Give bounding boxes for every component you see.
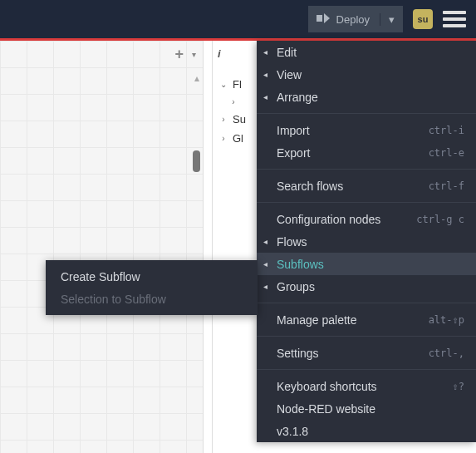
shortcut: ctrl-f (429, 180, 464, 192)
menu-export[interactable]: Exportctrl-e (257, 141, 476, 164)
menu-manage-palette[interactable]: Manage palettealt-⇧p (257, 308, 476, 331)
caret-right-icon: › (229, 97, 238, 106)
menu-edit[interactable]: Edit (257, 41, 476, 63)
deploy-icon (317, 13, 330, 26)
menu-view[interactable]: View (257, 63, 476, 86)
menu-search-flows[interactable]: Search flowsctrl-f (257, 175, 476, 197)
shortcut: ⇧? (453, 381, 464, 392)
svg-rect-0 (317, 15, 322, 22)
menu-separator (257, 202, 476, 203)
shortcut: ctrl-, (429, 347, 464, 359)
canvas-toolbar: + ▾ (174, 46, 196, 63)
tree-item-subflows[interactable]: › Su (218, 110, 257, 129)
menu-settings[interactable]: Settingsctrl-, (257, 342, 476, 364)
avatar[interactable]: su (413, 9, 433, 29)
shortcut: alt-⇧p (429, 314, 464, 326)
menu-separator (257, 169, 476, 170)
info-sidebar: i i ⌄ Fl › › Su › Gl (212, 41, 262, 453)
add-tab-button[interactable]: + (174, 46, 184, 63)
menu-version: v3.1.8 (257, 420, 476, 442)
shortcut: ctrl-i (429, 125, 464, 136)
shortcut: ctrl-e (429, 147, 464, 159)
menu-separator (257, 113, 476, 114)
menu-import[interactable]: Importctrl-i (257, 119, 476, 141)
menu-separator (257, 336, 476, 337)
menu-subflows[interactable]: Subflows (257, 253, 476, 275)
menu-groups[interactable]: Groups (257, 275, 476, 298)
menu-separator (257, 369, 476, 370)
tab-menu-button[interactable]: ▾ (192, 50, 196, 59)
menu-separator (257, 303, 476, 303)
hamburger-menu-button[interactable] (443, 11, 466, 27)
scroll-up-icon[interactable]: ▴ (194, 72, 199, 84)
tree-item-flow-child[interactable]: › (218, 94, 257, 110)
outline-tree: ⌄ Fl › › Su › Gl (218, 75, 257, 148)
deploy-label: Deploy (336, 13, 370, 26)
tree-item-flows[interactable]: ⌄ Fl (218, 75, 257, 94)
info-icon: i (218, 47, 221, 60)
caret-right-icon: › (219, 115, 228, 124)
info-tab[interactable]: i i (218, 47, 257, 60)
caret-down-icon: ⌄ (219, 80, 228, 89)
flow-canvas[interactable]: + ▾ ▴ (0, 41, 204, 453)
shortcut: ctrl-g c (416, 214, 464, 225)
scroll-handle[interactable] (193, 150, 200, 172)
submenu-create-subflow[interactable]: Create Subflow (46, 265, 258, 288)
workspace: + ▾ ▴ i i ⌄ Fl › › Su › Gl (0, 41, 476, 453)
subflows-submenu: Create Subflow Selection to Subflow (46, 260, 258, 315)
submenu-selection-to-subflow: Selection to Subflow (46, 288, 258, 310)
menu-website[interactable]: Node-RED website (257, 397, 476, 420)
tree-item-global[interactable]: › Gl (218, 129, 257, 148)
deploy-button[interactable]: Deploy ▾ (308, 6, 403, 32)
menu-arrange[interactable]: Arrange (257, 86, 476, 108)
menu-keyboard-shortcuts[interactable]: Keyboard shortcuts⇧? (257, 375, 476, 397)
caret-right-icon: › (219, 134, 228, 143)
menu-flows[interactable]: Flows (257, 230, 476, 253)
main-menu: Edit View Arrange Importctrl-i Exportctr… (257, 41, 476, 442)
chevron-down-icon[interactable]: ▾ (380, 13, 395, 26)
app-header: Deploy ▾ su (0, 0, 476, 38)
menu-config-nodes[interactable]: Configuration nodesctrl-g c (257, 208, 476, 230)
